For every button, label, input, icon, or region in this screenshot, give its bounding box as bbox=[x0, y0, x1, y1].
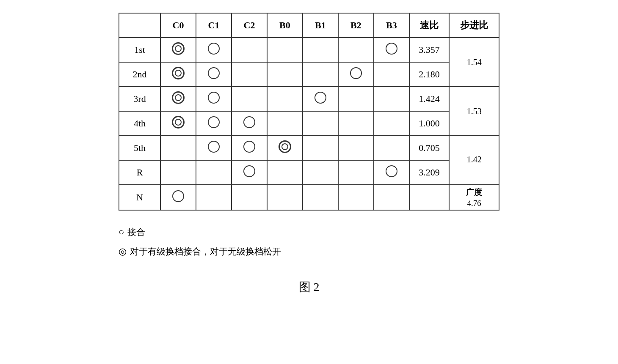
table-row: 2nd 2.180 bbox=[119, 62, 499, 87]
cell-4th-b1 bbox=[303, 111, 338, 136]
cell-step-2: 1.53 bbox=[449, 87, 499, 136]
cell-n-ratio bbox=[409, 185, 449, 210]
header-b0: B0 bbox=[267, 13, 303, 38]
header-b3: B3 bbox=[374, 13, 409, 38]
cell-1st-b2 bbox=[338, 38, 374, 62]
cell-2nd-ratio: 2.180 bbox=[409, 62, 449, 87]
row-label-1st: 1st bbox=[119, 38, 160, 62]
open-circle-icon bbox=[208, 67, 220, 79]
header-c2: C2 bbox=[232, 13, 267, 38]
header-c0: C0 bbox=[160, 13, 196, 38]
cell-r-ratio: 3.209 bbox=[409, 160, 449, 185]
double-circle-icon bbox=[172, 42, 185, 55]
cell-2nd-c2 bbox=[232, 62, 267, 87]
double-circle-icon bbox=[172, 116, 185, 129]
cell-3rd-b3 bbox=[374, 87, 409, 111]
cell-1st-b3 bbox=[374, 38, 409, 62]
open-circle-icon bbox=[315, 92, 326, 104]
open-circle-icon bbox=[208, 116, 220, 128]
cell-r-b3 bbox=[374, 160, 409, 185]
double-circle-icon bbox=[172, 67, 185, 79]
gear-table: C0 C1 C2 B0 B1 B2 B3 速比 步进比 1st bbox=[119, 13, 499, 211]
row-label-5th: 5th bbox=[119, 136, 160, 160]
open-circle-icon bbox=[386, 43, 397, 55]
cell-r-c1 bbox=[196, 160, 232, 185]
legend-open-text: 接合 bbox=[127, 223, 145, 241]
row-label-4th: 4th bbox=[119, 111, 160, 136]
open-circle-icon bbox=[208, 92, 220, 104]
open-circle-icon bbox=[243, 141, 255, 153]
legend: ○ 接合 ◎ 对于有级换档接合，对于无级换档松开 bbox=[119, 223, 281, 262]
cell-1st-c1 bbox=[196, 38, 232, 62]
table-row: 3rd 1.424 1.53 bbox=[119, 87, 499, 111]
cell-step-guangdu: 广度 4.76 bbox=[449, 185, 499, 210]
cell-3rd-c2 bbox=[232, 87, 267, 111]
open-circle-icon bbox=[208, 43, 220, 55]
cell-3rd-c0 bbox=[160, 87, 196, 111]
cell-2nd-b0 bbox=[267, 62, 303, 87]
cell-3rd-c1 bbox=[196, 87, 232, 111]
cell-n-c0 bbox=[160, 185, 196, 210]
row-label-2nd: 2nd bbox=[119, 62, 160, 87]
header-c1: C1 bbox=[196, 13, 232, 38]
double-circle-icon bbox=[279, 140, 291, 153]
cell-step-1: 1.54 bbox=[449, 38, 499, 87]
table-row: N 广度 4.76 bbox=[119, 185, 499, 210]
cell-3rd-b0 bbox=[267, 87, 303, 111]
open-circle-icon bbox=[172, 190, 184, 202]
cell-r-b2 bbox=[338, 160, 374, 185]
cell-5th-ratio: 0.705 bbox=[409, 136, 449, 160]
cell-5th-c1 bbox=[196, 136, 232, 160]
open-circle-icon bbox=[243, 165, 255, 177]
page-container: C0 C1 C2 B0 B1 B2 B3 速比 步进比 1st bbox=[119, 13, 499, 295]
cell-4th-b0 bbox=[267, 111, 303, 136]
cell-4th-b2 bbox=[338, 111, 374, 136]
cell-4th-c1 bbox=[196, 111, 232, 136]
row-label-3rd: 3rd bbox=[119, 87, 160, 111]
legend-item-open: ○ 接合 bbox=[119, 223, 281, 241]
cell-n-b2 bbox=[338, 185, 374, 210]
open-circle-icon bbox=[208, 141, 220, 153]
figure-caption: 图 2 bbox=[299, 279, 320, 295]
open-circle-icon bbox=[350, 67, 362, 79]
cell-step-3: 1.42 bbox=[449, 136, 499, 185]
open-circle-icon bbox=[386, 165, 397, 177]
open-circle-icon bbox=[243, 116, 255, 128]
cell-3rd-ratio: 1.424 bbox=[409, 87, 449, 111]
header-step-ratio: 步进比 bbox=[449, 13, 499, 38]
cell-5th-c2 bbox=[232, 136, 267, 160]
cell-5th-b3 bbox=[374, 136, 409, 160]
cell-n-b0 bbox=[267, 185, 303, 210]
double-circle-legend-icon: ◎ bbox=[119, 247, 127, 256]
table-row: R 3.209 bbox=[119, 160, 499, 185]
cell-r-c2 bbox=[232, 160, 267, 185]
table-row: 4th 1.000 bbox=[119, 111, 499, 136]
cell-r-c0 bbox=[160, 160, 196, 185]
cell-1st-b0 bbox=[267, 38, 303, 62]
cell-n-b1 bbox=[303, 185, 338, 210]
cell-5th-b2 bbox=[338, 136, 374, 160]
cell-n-c2 bbox=[232, 185, 267, 210]
legend-item-double: ◎ 对于有级换档接合，对于无级换档松开 bbox=[119, 243, 281, 260]
cell-5th-b0 bbox=[267, 136, 303, 160]
cell-4th-c0 bbox=[160, 111, 196, 136]
row-label-r: R bbox=[119, 160, 160, 185]
cell-5th-c0 bbox=[160, 136, 196, 160]
cell-1st-b1 bbox=[303, 38, 338, 62]
header-b2: B2 bbox=[338, 13, 374, 38]
open-circle-legend-icon: ○ bbox=[119, 227, 124, 237]
cell-2nd-b2 bbox=[338, 62, 374, 87]
header-gear bbox=[119, 13, 160, 38]
legend-double-text: 对于有级换档接合，对于无级换档松开 bbox=[130, 243, 281, 260]
cell-4th-c2 bbox=[232, 111, 267, 136]
cell-2nd-b3 bbox=[374, 62, 409, 87]
cell-n-b3 bbox=[374, 185, 409, 210]
cell-2nd-b1 bbox=[303, 62, 338, 87]
cell-4th-b3 bbox=[374, 111, 409, 136]
cell-r-b0 bbox=[267, 160, 303, 185]
double-circle-icon bbox=[172, 91, 185, 104]
cell-1st-ratio: 3.357 bbox=[409, 38, 449, 62]
header-ratio: 速比 bbox=[409, 13, 449, 38]
cell-1st-c2 bbox=[232, 38, 267, 62]
cell-3rd-b2 bbox=[338, 87, 374, 111]
